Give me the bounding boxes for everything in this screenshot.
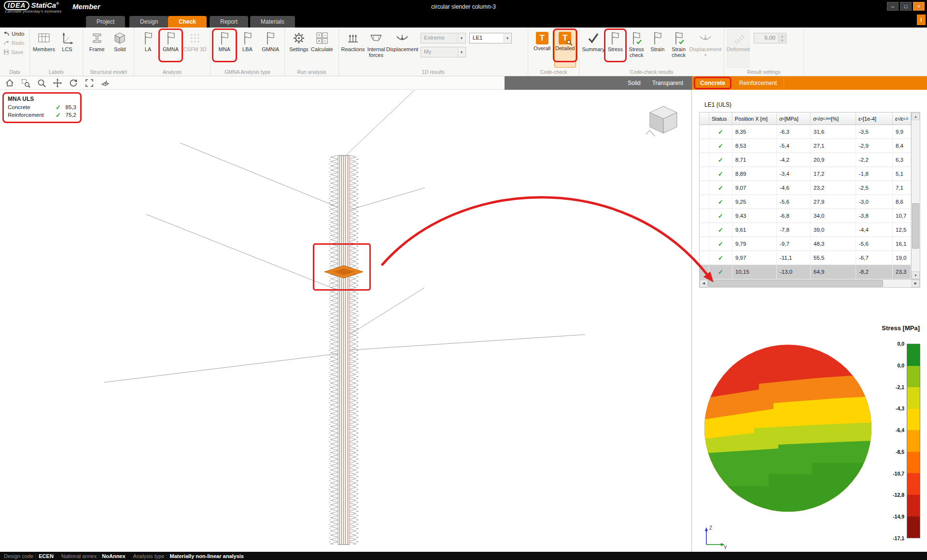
save-button[interactable]: Save bbox=[2, 48, 27, 56]
la-button[interactable]: LA bbox=[137, 29, 159, 68]
table-row[interactable]: ✓9,97-11,155,5-6,719,0 bbox=[700, 251, 911, 265]
tab-report[interactable]: Report bbox=[210, 16, 248, 28]
navigation-cube[interactable] bbox=[645, 102, 682, 139]
scroll-thumb[interactable] bbox=[912, 203, 919, 249]
frame-button[interactable]: Frame bbox=[86, 29, 108, 68]
deformed-scale-input[interactable]: 5,00 ▲▼ bbox=[754, 33, 787, 43]
scene-mode-transparent[interactable]: Transparent bbox=[652, 80, 683, 86]
rotate-button[interactable] bbox=[68, 77, 79, 89]
tab-concrete[interactable]: Concrete bbox=[694, 77, 731, 89]
table-row[interactable]: ✓8,53-5,427,1-2,98,4 bbox=[700, 139, 911, 153]
overlay-row-concrete: Concrete ✓ 85,3 bbox=[8, 103, 76, 111]
table-row[interactable]: ✓8,35-6,331,6-3,59,9 bbox=[700, 125, 911, 139]
members-button[interactable]: Members bbox=[33, 29, 55, 68]
column-header[interactable] bbox=[700, 112, 709, 125]
scroll-right-icon[interactable]: ▶ bbox=[912, 280, 920, 287]
column-header[interactable]: εc/εc,li bbox=[893, 112, 911, 125]
lba-button[interactable]: LBA bbox=[237, 29, 259, 68]
tab-reinforcement[interactable]: Reinforcement bbox=[732, 76, 784, 90]
strain-button[interactable]: Strain bbox=[648, 29, 668, 68]
component-select[interactable]: My▾ bbox=[421, 47, 466, 57]
table-row[interactable]: ✓9,79-9,748,3-5,616,1 bbox=[700, 237, 911, 251]
scroll-up-icon[interactable]: ▲ bbox=[912, 112, 920, 120]
zoom-selection-button[interactable] bbox=[20, 77, 31, 89]
rotate-icon bbox=[69, 78, 78, 88]
ribbon-group-code-check-results: Summary Stress Stress check Strain Strai… bbox=[579, 28, 724, 76]
legend-label: -17,1 bbox=[893, 535, 904, 541]
column-header[interactable]: Status bbox=[709, 112, 732, 125]
mna-flag-icon bbox=[218, 31, 231, 45]
scroll-thumb[interactable] bbox=[708, 280, 883, 287]
strain-check-button[interactable]: Strain check bbox=[668, 29, 689, 68]
scene-mode-solid[interactable]: Solid bbox=[628, 80, 641, 86]
column-header[interactable]: εc [1e-4] bbox=[856, 112, 893, 125]
fit-view-button[interactable] bbox=[84, 77, 95, 89]
calculate-button[interactable]: +−×= Calculate bbox=[311, 29, 333, 68]
fit-icon bbox=[84, 78, 94, 88]
group-label: Labels bbox=[30, 69, 83, 75]
strain-check-flag-icon bbox=[672, 31, 686, 45]
home-view-button[interactable] bbox=[4, 77, 15, 89]
table-row[interactable]: ✓10,15-13,064,9-8,223,3 bbox=[700, 265, 911, 279]
load-effect-select[interactable]: LE1▾ bbox=[469, 33, 512, 43]
column-header[interactable]: Position X [m] bbox=[732, 112, 777, 125]
clipping-plane-button[interactable] bbox=[99, 77, 111, 89]
close-button[interactable]: × bbox=[913, 2, 925, 11]
help-button[interactable]: i bbox=[917, 14, 926, 25]
maximize-button[interactable]: □ bbox=[900, 2, 912, 11]
table-row[interactable]: ✓9,61-7,839,0-4,412,5 bbox=[700, 223, 911, 237]
spinner-buttons[interactable]: ▲▼ bbox=[778, 34, 786, 42]
gmnia-button[interactable]: GMNIA bbox=[259, 29, 281, 68]
detailed-button[interactable]: T Detailed bbox=[554, 29, 576, 68]
summary-button[interactable]: Summary bbox=[582, 29, 604, 68]
stress-button[interactable]: Stress bbox=[605, 29, 625, 68]
table-row[interactable]: ✓9,43-6,834,0-3,810,7 bbox=[700, 209, 911, 223]
redo-button[interactable]: Redo bbox=[2, 39, 27, 47]
tab-project[interactable]: Project bbox=[86, 16, 125, 28]
scroll-left-icon[interactable]: ◀ bbox=[700, 280, 708, 287]
chevron-down-icon: ▾ bbox=[504, 34, 511, 42]
design-code-value: ECEN bbox=[39, 553, 54, 559]
titlebar: IDEA StatiCa® Calculate yesterday's esti… bbox=[0, 0, 927, 14]
overall-button[interactable]: T Overall bbox=[531, 29, 553, 68]
extreme-select[interactable]: Extreme▾ bbox=[421, 33, 466, 43]
results-table-body: ✓8,35-6,331,6-3,59,9✓8,53-5,427,1-2,98,4… bbox=[700, 125, 911, 279]
pan-button[interactable] bbox=[52, 77, 63, 89]
minimize-button[interactable]: – bbox=[887, 2, 899, 11]
tab-check[interactable]: Check bbox=[168, 16, 207, 28]
displacement-button[interactable]: Displacement bbox=[388, 29, 416, 68]
table-vertical-scrollbar[interactable]: ▲ ▼ bbox=[911, 112, 920, 279]
scroll-down-icon[interactable]: ▼ bbox=[912, 271, 920, 279]
tab-materials[interactable]: Materials bbox=[250, 16, 295, 28]
table-row[interactable]: ✓8,89-3,417,2-1,85,1 bbox=[700, 167, 911, 181]
stress-plot-title: Stress [MPa] bbox=[882, 324, 920, 332]
tab-design[interactable]: Design bbox=[129, 16, 169, 28]
legend-segment bbox=[907, 473, 920, 495]
column-member[interactable] bbox=[338, 155, 350, 545]
table-row[interactable]: ✓9,07-4,623,2-2,57,1 bbox=[700, 181, 911, 195]
undo-button[interactable]: Undo bbox=[2, 29, 27, 38]
solid-button[interactable]: Solid bbox=[109, 29, 131, 68]
lcs-button[interactable]: LCS bbox=[56, 29, 78, 68]
table-row[interactable]: ✓8,71-4,220,9-2,26,3 bbox=[700, 153, 911, 167]
group-label: Structural model bbox=[83, 69, 134, 75]
internal-forces-button[interactable]: Internal forces bbox=[365, 29, 387, 68]
column-header[interactable]: σc/σc,lim [%] bbox=[811, 112, 856, 125]
table-horizontal-scrollbar[interactable]: ◀ ▶ bbox=[699, 280, 920, 288]
gmna-button[interactable]: GMNA bbox=[160, 29, 182, 68]
table-row[interactable]: ✓9,25-5,627,9-3,08,6 bbox=[700, 195, 911, 209]
y-axis-label: Y bbox=[724, 545, 727, 549]
reactions-button[interactable]: Reactions bbox=[342, 29, 364, 68]
check-icon: ✓ bbox=[718, 142, 723, 150]
mna-button[interactable]: MNA bbox=[213, 29, 236, 68]
csfm-3d-button[interactable]: CSFM 3D bbox=[183, 29, 207, 68]
column-header[interactable]: σc [MPa] bbox=[777, 112, 811, 125]
settings-button[interactable]: Settings bbox=[288, 29, 310, 68]
viewport-3d-canvas[interactable] bbox=[0, 90, 692, 552]
group-label: Result settings bbox=[724, 69, 803, 75]
zoom-button[interactable] bbox=[36, 77, 47, 89]
displacement-results-button[interactable]: Displacement ▾ bbox=[690, 29, 721, 68]
viewport-3d[interactable]: MNA ULS Concrete ✓ 85,3 Reinforcement ✓ … bbox=[0, 90, 692, 552]
deformed-button[interactable]: Deformed bbox=[727, 29, 749, 68]
stress-check-button[interactable]: Stress check bbox=[626, 29, 647, 68]
